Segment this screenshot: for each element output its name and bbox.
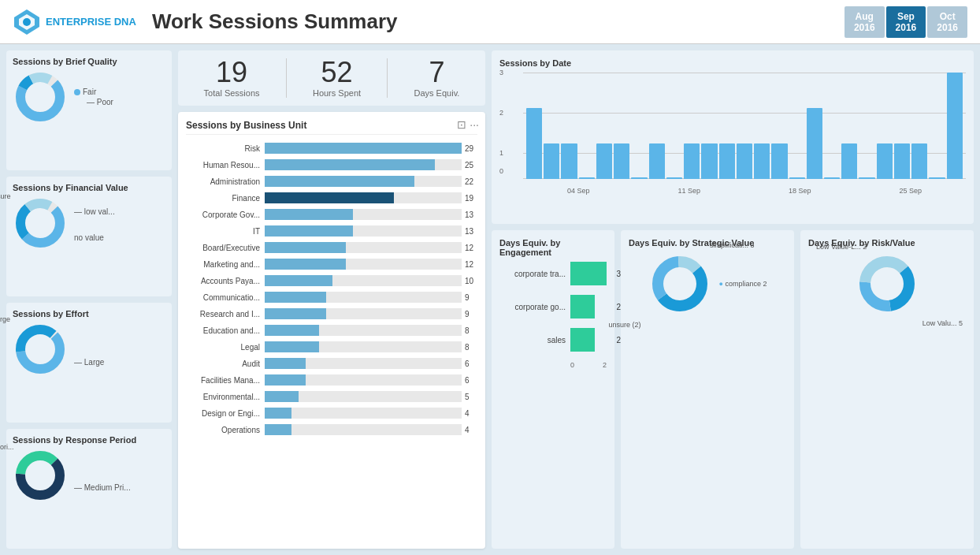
engagement-bars: corporate tra... 3 corporate go... 2 sal… xyxy=(499,262,607,352)
brief-quality-labels: Fair — Poor xyxy=(74,88,113,106)
financial-value-section: Sessions by Financial Value unsure — low… xyxy=(6,177,172,296)
bar-value: 5 xyxy=(465,393,477,401)
response-section: Sessions by Response Period Low Priori..… xyxy=(6,429,172,549)
engagement-bar-row: corporate tra... 3 xyxy=(499,262,607,285)
right-panel: Sessions by Date 3 2 1 0 04 Sep 11 Sep 1… xyxy=(492,50,974,549)
bar-fill xyxy=(265,275,332,286)
month-tab-oct[interactable]: Oct2016 xyxy=(927,6,967,38)
date-bar xyxy=(911,143,927,179)
date-bar xyxy=(894,143,910,179)
date-bar xyxy=(771,143,787,179)
brief-quality-donut xyxy=(13,69,68,125)
date-bar xyxy=(737,143,752,179)
table-row: Design or Engi... 4 xyxy=(186,406,477,420)
bar-track xyxy=(265,259,462,270)
svg-point-2 xyxy=(23,18,31,26)
month-tab-aug[interactable]: Aug2016 xyxy=(845,6,885,38)
table-row: Risk 29 xyxy=(186,141,477,155)
menu-icon[interactable]: ··· xyxy=(470,118,479,131)
bar-label: Corporate Gov... xyxy=(186,210,265,219)
financial-value-title: Sessions by Financial Value xyxy=(13,183,165,192)
response-labels: — Medium Pri... xyxy=(74,461,131,492)
table-row: Operations 4 xyxy=(186,423,477,437)
engagement-track: 2 xyxy=(570,295,607,318)
table-row: IT 13 xyxy=(186,224,477,238)
bar-label: Design or Engi... xyxy=(186,409,265,418)
bar-label: Finance xyxy=(186,194,265,203)
effort-section: Sessions by Effort Extra-Large — Large xyxy=(6,303,172,423)
brief-quality-section: Sessions by Brief Quality Fair — Poor xyxy=(6,50,172,170)
bar-label: Accounts Paya... xyxy=(186,277,265,285)
total-sessions-stat: 19 Total Sessions xyxy=(204,58,260,98)
date-bar xyxy=(859,177,874,179)
risk-panel: Days Equiv. by Risk/Value Low Value-L...… xyxy=(800,230,974,549)
stat-divider-2 xyxy=(387,58,388,98)
response-title: Sessions by Response Period xyxy=(13,435,165,445)
total-sessions-value: 19 xyxy=(204,58,260,87)
bar-label: Communicatio... xyxy=(186,293,265,302)
strategic-title: Days Equiv. by Strategic Value xyxy=(629,238,786,248)
bar-track xyxy=(265,391,462,402)
expand-icon[interactable]: ⊡ xyxy=(457,118,466,131)
date-bar xyxy=(824,177,840,179)
bar-label: Marketing and... xyxy=(186,260,265,269)
middle-panel: 19 Total Sessions 52 Hours Spent 7 Days … xyxy=(178,50,485,549)
date-bar xyxy=(649,143,665,179)
response-chart: Low Priori... — Medium Pri... xyxy=(13,448,165,505)
effort-title: Sessions by Effort xyxy=(13,309,165,318)
bar-track xyxy=(265,225,462,237)
date-bar xyxy=(789,177,805,179)
bar-value: 19 xyxy=(465,194,477,203)
hours-spent-label: Hours Spent xyxy=(313,88,361,98)
table-row: Board/Executive 12 xyxy=(186,240,477,255)
brief-quality-title: Sessions by Brief Quality xyxy=(13,57,165,66)
date-bar xyxy=(701,143,717,179)
bar-fill xyxy=(265,209,353,220)
bar-value: 8 xyxy=(465,326,477,335)
stat-divider-1 xyxy=(286,58,287,98)
engagement-label: corporate go... xyxy=(499,303,570,311)
business-unit-bars: Risk 29 Human Resou... 25 Administration… xyxy=(186,141,477,437)
financial-value-chart: unsure — low val... no value xyxy=(13,196,165,253)
bar-value: 6 xyxy=(465,376,477,385)
bar-fill xyxy=(265,391,299,402)
bar-track xyxy=(265,308,462,319)
strategic-panel: Days Equiv. by Strategic Value simplific… xyxy=(621,230,794,549)
engagement-title: Days Equiv. by Engagement xyxy=(499,238,607,257)
bar-track xyxy=(265,408,462,419)
bar-value: 4 xyxy=(465,426,477,434)
bar-label: Audit xyxy=(186,359,265,368)
table-row: Communicatio... 9 xyxy=(186,290,477,304)
table-row: Human Resou... 25 xyxy=(186,158,477,172)
total-sessions-label: Total Sessions xyxy=(204,88,260,98)
engagement-track: 2 xyxy=(570,328,607,352)
logo-icon xyxy=(13,8,41,36)
table-row: Research and I... 9 xyxy=(186,307,477,321)
bar-track xyxy=(265,325,462,336)
effort-chart: Extra-Large — Large xyxy=(13,322,165,379)
bar-label: Legal xyxy=(186,343,265,352)
x-labels-row: 04 Sep 11 Sep 18 Sep 25 Sep xyxy=(523,187,966,195)
date-bar xyxy=(596,143,612,179)
risk-donut-wrapper: Low Value-L... 2 Low Valu... 5 xyxy=(808,252,966,318)
date-bar xyxy=(947,73,963,179)
date-bar xyxy=(561,143,577,179)
days-equiv-value: 7 xyxy=(414,58,460,87)
header: ENTERPRISE DNA Work Sessions Summary Aug… xyxy=(0,0,980,44)
sessions-date-panel: Sessions by Date 3 2 1 0 04 Sep 11 Sep 1… xyxy=(492,50,974,224)
days-equiv-stat: 7 Days Equiv. xyxy=(414,58,460,98)
month-tab-sep[interactable]: Sep2016 xyxy=(886,6,926,38)
date-bar xyxy=(929,177,945,179)
engagement-fill xyxy=(570,295,595,318)
bar-value: 25 xyxy=(465,161,477,169)
bar-value: 13 xyxy=(465,227,477,236)
date-bar xyxy=(544,143,559,179)
strategic-labels: ● compliance 2 xyxy=(719,280,767,290)
table-row: Facilities Mana... 6 xyxy=(186,373,477,387)
table-row: Legal 8 xyxy=(186,340,477,354)
bar-value: 22 xyxy=(465,177,477,186)
content: Sessions by Brief Quality Fair — Poor S xyxy=(0,44,980,555)
bar-track xyxy=(265,374,462,386)
bar-fill xyxy=(265,192,394,203)
table-row: Accounts Paya... 10 xyxy=(186,274,477,288)
